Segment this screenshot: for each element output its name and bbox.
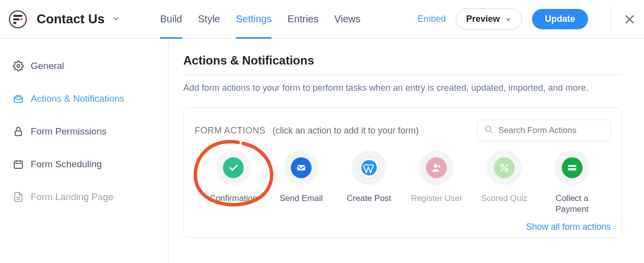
svg-point-13 bbox=[505, 169, 508, 172]
action-label: Confirmation bbox=[210, 193, 257, 204]
search-icon bbox=[484, 125, 493, 136]
svg-rect-2 bbox=[20, 18, 22, 20]
sidebar-item-label: Actions & Notifications bbox=[31, 93, 124, 104]
tab-label: Views bbox=[334, 13, 361, 25]
header-actions: Embed Preview Update bbox=[418, 6, 635, 32]
action-scored-quiz[interactable]: Scored Quiz bbox=[471, 150, 538, 215]
tab-entries[interactable]: Entries bbox=[287, 0, 318, 38]
check-icon bbox=[228, 162, 239, 173]
tab-build[interactable]: Build bbox=[160, 0, 182, 38]
action-confirmation[interactable]: Confirmation bbox=[200, 150, 268, 215]
section-heading: Actions & Notifications bbox=[183, 54, 622, 75]
preview-button[interactable]: Preview bbox=[456, 8, 522, 30]
sidebar-item-actions[interactable]: Actions & Notifications bbox=[0, 82, 168, 115]
sidebar-item-label: General bbox=[31, 61, 64, 71]
tab-label: Settings bbox=[236, 13, 271, 25]
main-content: Actions & Notifications Add form actions… bbox=[168, 39, 644, 263]
calendar-icon bbox=[13, 159, 24, 170]
search-actions[interactable] bbox=[477, 120, 611, 141]
svg-rect-0 bbox=[13, 15, 22, 17]
action-register-user[interactable]: Register User bbox=[403, 150, 471, 215]
svg-point-12 bbox=[501, 164, 504, 167]
actions-row: Confirmation Send Email bbox=[195, 150, 611, 215]
tab-label: Build bbox=[160, 13, 182, 25]
tab-settings[interactable]: Settings bbox=[236, 0, 271, 38]
app-logo bbox=[9, 10, 27, 28]
sidebar-item-scheduling[interactable]: Form Scheduling bbox=[0, 148, 168, 181]
update-button[interactable]: Update bbox=[532, 9, 588, 29]
action-label: Register User bbox=[411, 193, 462, 204]
tab-views[interactable]: Views bbox=[334, 0, 361, 38]
sidebar-item-label: Form Landing Page bbox=[31, 192, 113, 202]
svg-rect-7 bbox=[14, 161, 23, 169]
tab-label: Style bbox=[198, 13, 220, 25]
title-dropdown[interactable] bbox=[111, 14, 120, 25]
preview-label: Preview bbox=[466, 14, 500, 24]
page-title: Contact Us bbox=[37, 11, 105, 27]
wordpress-icon bbox=[361, 159, 377, 176]
svg-rect-15 bbox=[568, 167, 576, 168]
panel-label: FORM ACTIONS bbox=[195, 126, 266, 136]
close-icon bbox=[624, 14, 635, 25]
gear-icon bbox=[13, 61, 24, 71]
sidebar: General Actions & Notifications Form Per… bbox=[0, 39, 168, 263]
header: Contact Us Build Style Settings Entries … bbox=[0, 0, 644, 39]
svg-rect-3 bbox=[13, 22, 16, 24]
section-description: Add form actions to your form to perform… bbox=[183, 83, 622, 93]
sidebar-item-permissions[interactable]: Form Permissions bbox=[0, 115, 168, 148]
svg-point-8 bbox=[485, 126, 491, 132]
action-create-post[interactable]: Create Post bbox=[335, 150, 403, 215]
action-label: Collect a Payment bbox=[538, 193, 606, 215]
close-button[interactable] bbox=[611, 6, 635, 32]
svg-point-11 bbox=[434, 164, 437, 168]
chevron-down-icon bbox=[505, 16, 512, 23]
page-icon bbox=[13, 192, 24, 202]
sidebar-item-landing[interactable]: Form Landing Page bbox=[0, 181, 168, 213]
header-tabs: Build Style Settings Entries Views bbox=[160, 0, 360, 38]
action-label: Create Post bbox=[347, 193, 391, 204]
action-collect-payment[interactable]: Collect a Payment bbox=[538, 150, 606, 215]
panel-hint: (click an action to add it to your form) bbox=[272, 126, 419, 136]
mail-icon bbox=[296, 162, 307, 173]
body: General Actions & Notifications Form Per… bbox=[0, 39, 644, 263]
action-label: Scored Quiz bbox=[481, 193, 528, 204]
tab-label: Entries bbox=[287, 13, 318, 25]
percent-icon bbox=[499, 162, 510, 173]
sidebar-item-label: Form Permissions bbox=[31, 126, 107, 137]
svg-point-4 bbox=[17, 65, 20, 67]
svg-rect-9 bbox=[297, 165, 306, 171]
sidebar-item-general[interactable]: General bbox=[0, 50, 168, 82]
mail-stack-icon bbox=[13, 93, 24, 104]
user-plus-icon bbox=[431, 162, 442, 173]
panel-header: FORM ACTIONS (click an action to add it … bbox=[195, 120, 611, 141]
sidebar-item-label: Form Scheduling bbox=[31, 159, 102, 170]
card-icon bbox=[567, 162, 578, 173]
lock-icon bbox=[13, 126, 24, 137]
svg-rect-1 bbox=[13, 18, 19, 20]
search-input[interactable] bbox=[498, 126, 603, 135]
embed-link[interactable]: Embed bbox=[418, 14, 446, 24]
action-send-email[interactable]: Send Email bbox=[268, 150, 335, 215]
form-actions-panel: FORM ACTIONS (click an action to add it … bbox=[183, 107, 622, 238]
tab-style[interactable]: Style bbox=[198, 0, 220, 38]
show-all-link[interactable]: Show all form actions bbox=[195, 222, 611, 232]
action-label: Send Email bbox=[280, 193, 323, 204]
svg-rect-6 bbox=[15, 131, 22, 135]
